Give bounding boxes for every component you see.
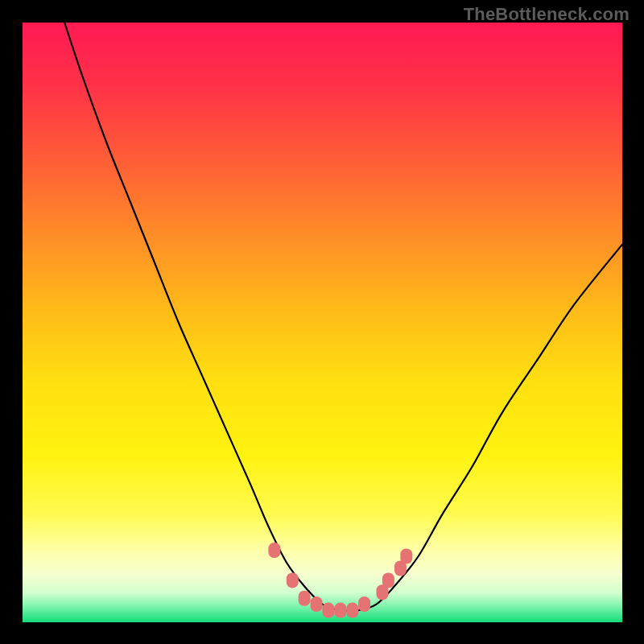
watermark-text: TheBottleneck.com bbox=[464, 4, 630, 25]
highlight-point bbox=[322, 603, 334, 618]
highlight-point bbox=[311, 597, 323, 612]
highlighted-points-group bbox=[268, 543, 412, 618]
bottleneck-curve bbox=[64, 23, 622, 611]
highlight-point bbox=[358, 597, 370, 612]
highlight-point bbox=[299, 591, 311, 606]
highlight-point bbox=[334, 603, 346, 618]
plot-area bbox=[23, 23, 622, 622]
chart-outer-frame: TheBottleneck.com bbox=[0, 0, 644, 644]
highlight-point bbox=[287, 572, 299, 588]
highlight-point bbox=[382, 572, 394, 588]
highlight-point bbox=[400, 549, 412, 564]
highlight-point bbox=[268, 543, 280, 558]
highlight-point bbox=[346, 603, 358, 618]
chart-svg bbox=[23, 23, 622, 622]
